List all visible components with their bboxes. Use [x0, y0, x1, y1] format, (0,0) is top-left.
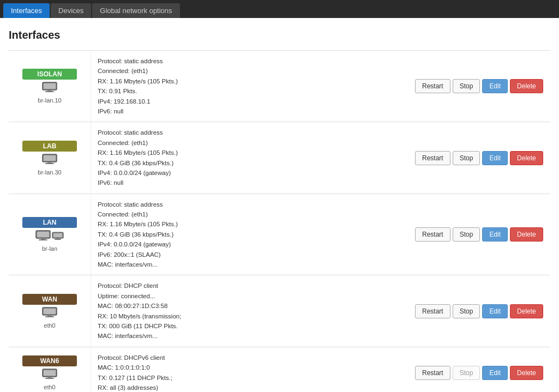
- detail-line: Protocol: static address: [98, 200, 402, 209]
- interface-name-badge: LAB: [22, 141, 77, 152]
- detail-line: Connected: (eth1): [98, 209, 402, 219]
- svg-rect-19: [45, 316, 54, 317]
- interface-actions: RestartStopEditDelete: [408, 51, 550, 122]
- detail-line: IPv6: null: [98, 106, 402, 116]
- interface-icon-row: [42, 369, 57, 382]
- detail-line: RX: 1.16 Mbyte/s (105 Pkts.): [98, 219, 402, 229]
- detail-line: IPv4: 192.168.10.1: [98, 97, 402, 106]
- interface-row: wan6 eth0Protocol: DHCPv6 clientMAC: 1:0…: [9, 347, 550, 392]
- interface-icon-row: [42, 307, 57, 320]
- interface-actions: RestartStopEditDelete: [408, 347, 550, 392]
- detail-line: IPv4: 0.0.0.0/24 (gateway): [98, 239, 402, 249]
- interface-details: Protocol: static addressConnected: (eth1…: [91, 51, 408, 122]
- detail-line: MAC: interfaces/vm...: [98, 331, 402, 341]
- interface-name-badge: ISOLAN: [22, 69, 77, 80]
- interface-name-badge: wan: [22, 294, 77, 305]
- delete-button[interactable]: Delete: [510, 151, 543, 165]
- edit-button[interactable]: Edit: [482, 151, 508, 165]
- main-content: Interfaces ISOLAN br-lan.10Protocol: sta…: [0, 18, 559, 392]
- interface-actions: RestartStopEditDelete: [408, 275, 550, 346]
- network-icon-secondary: [52, 231, 64, 243]
- svg-rect-23: [45, 378, 54, 379]
- detail-line: Protocol: static address: [98, 128, 402, 137]
- interface-details: Protocol: DHCP clientUptime: connected..…: [91, 275, 408, 346]
- network-icon: [42, 82, 57, 95]
- interface-card: lan br-lan: [9, 194, 91, 275]
- detail-line: Uptime: connected...: [98, 291, 402, 301]
- detail-line: IPv4: 0.0.0.0/24 (gateway): [98, 168, 402, 178]
- stop-button[interactable]: Stop: [453, 227, 480, 242]
- interface-icon-row: [42, 154, 57, 167]
- svg-rect-11: [39, 239, 47, 240]
- interface-actions: RestartStopEditDelete: [408, 194, 550, 275]
- stop-button[interactable]: Stop: [453, 151, 480, 165]
- interface-card: wan6 eth0: [9, 347, 91, 392]
- svg-rect-3: [45, 91, 54, 92]
- svg-rect-17: [44, 309, 56, 314]
- interface-details: Protocol: DHCPv6 clientMAC: 1:0:0:1:0:1:…: [91, 347, 408, 392]
- interface-device-label: br-lan: [42, 245, 57, 252]
- interface-icon-row: [35, 230, 64, 243]
- detail-line: Protocol: DHCP client: [98, 281, 402, 291]
- delete-button[interactable]: Delete: [510, 227, 543, 242]
- page-title: Interfaces: [9, 29, 550, 41]
- delete-button[interactable]: Delete: [510, 366, 543, 380]
- detail-line: Protocol: static address: [98, 56, 402, 66]
- restart-button[interactable]: Restart: [415, 304, 450, 318]
- restart-button[interactable]: Restart: [415, 151, 450, 165]
- detail-line: TX: 0.4 GiB (36 kbps/Pkts.): [98, 158, 402, 168]
- interface-name-badge: wan6: [22, 355, 77, 366]
- detail-line: Connected: (eth1): [98, 138, 402, 148]
- detail-line: MAC: interfaces/vm...: [98, 260, 402, 269]
- interface-row: lan br-lanProtocol: static addressConnec…: [9, 194, 550, 275]
- delete-button[interactable]: Delete: [510, 79, 543, 93]
- detail-line: RX: 10 Mbyte/s (transmission;: [98, 311, 402, 321]
- tab-interfaces[interactable]: Interfaces: [3, 3, 50, 18]
- interface-actions: RestartStopEditDelete: [408, 122, 550, 193]
- detail-line: Protocol: DHCPv6 client: [98, 353, 402, 363]
- interface-card: ISOLAN br-lan.10: [9, 51, 91, 122]
- stop-button[interactable]: Stop: [453, 79, 480, 93]
- interface-icon-row: [42, 82, 57, 95]
- svg-rect-21: [44, 370, 56, 376]
- interface-row: wan eth0Protocol: DHCP clientUptime: con…: [9, 275, 550, 346]
- interface-details: Protocol: static addressConnected: (eth1…: [91, 194, 408, 275]
- detail-line: MAC: 1:0:0:1:0:1:0: [98, 363, 402, 372]
- interface-device-label: eth0: [44, 322, 55, 329]
- restart-button[interactable]: Restart: [415, 366, 450, 380]
- svg-rect-15: [55, 239, 61, 240]
- tab-global-network-options[interactable]: Global network options: [92, 3, 179, 18]
- interface-device-label: br-lan.10: [38, 97, 61, 104]
- svg-rect-13: [53, 233, 62, 237]
- detail-line: RX: 1.16 Mbyte/s (105 Pkts.): [98, 76, 402, 86]
- svg-rect-9: [37, 232, 49, 237]
- edit-button[interactable]: Edit: [482, 79, 508, 93]
- network-icon: [42, 307, 57, 320]
- stop-button: Stop: [453, 366, 480, 380]
- tab-bar: Interfaces Devices Global network option…: [0, 0, 559, 18]
- stop-button[interactable]: Stop: [453, 304, 480, 318]
- svg-rect-7: [45, 163, 54, 164]
- interface-row: LAB br-lan.30Protocol: static addressCon…: [9, 122, 550, 193]
- delete-button[interactable]: Delete: [510, 304, 543, 318]
- interface-card: LAB br-lan.30: [9, 122, 91, 193]
- detail-line: TX: 0.91 Pkts.: [98, 86, 402, 96]
- interface-details: Protocol: static addressConnected: (eth1…: [91, 122, 408, 193]
- interface-row: ISOLAN br-lan.10Protocol: static address…: [9, 50, 550, 122]
- interface-device-label: br-lan.30: [38, 169, 61, 176]
- interface-list: ISOLAN br-lan.10Protocol: static address…: [9, 50, 550, 392]
- detail-line: TX: 0.127 (11 DHCP Pkts.;: [98, 373, 402, 383]
- network-icon: [42, 369, 57, 382]
- restart-button[interactable]: Restart: [415, 79, 450, 93]
- detail-line: IPv6: null: [98, 178, 402, 188]
- detail-line: TX: 000 GiB (11 DHCP Pkts.: [98, 321, 402, 331]
- svg-rect-1: [44, 83, 56, 89]
- restart-button[interactable]: Restart: [415, 227, 450, 242]
- interface-name-badge: lan: [22, 217, 77, 228]
- edit-button[interactable]: Edit: [482, 366, 508, 380]
- edit-button[interactable]: Edit: [482, 227, 508, 242]
- edit-button[interactable]: Edit: [482, 304, 508, 318]
- interface-device-label: eth0: [44, 384, 55, 390]
- tab-devices[interactable]: Devices: [51, 3, 91, 18]
- network-icon: [42, 154, 57, 167]
